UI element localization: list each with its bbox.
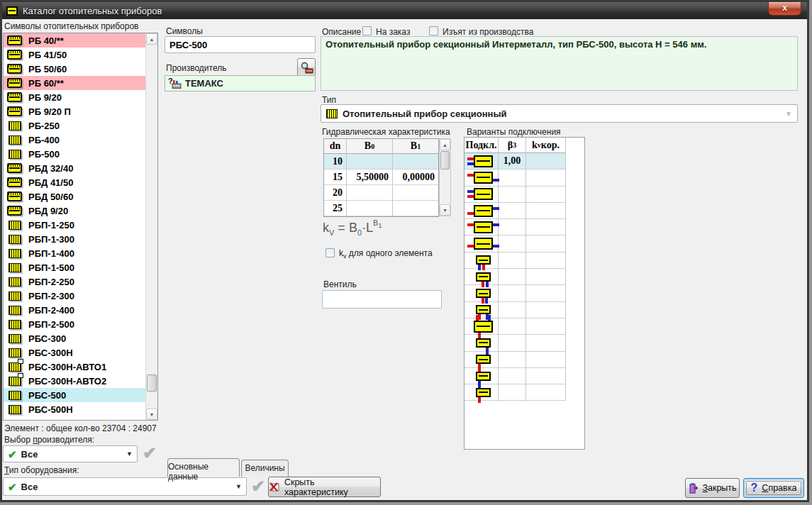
close-window-button[interactable]: x: [768, 2, 801, 16]
list-item[interactable]: РБС-300Н-АВТО2: [4, 374, 145, 388]
connection-row[interactable]: [465, 235, 584, 252]
kv-cell: [526, 285, 566, 301]
help-button[interactable]: ? Справка: [743, 478, 804, 498]
connection-row[interactable]: [465, 203, 584, 219]
list-item-label: РБП-1-500: [28, 262, 74, 273]
connection-row[interactable]: [465, 187, 584, 203]
header-text: dn: [330, 140, 341, 152]
list-item[interactable]: РБП-2-250: [4, 274, 145, 289]
list-item[interactable]: РБП-1-300: [4, 232, 145, 246]
list-item[interactable]: РБД 9/20: [4, 204, 145, 218]
connection-row[interactable]: [465, 252, 584, 269]
scroll-up-icon[interactable]: ▲: [440, 139, 450, 150]
scroll-down-icon[interactable]: ▼: [146, 409, 157, 420]
type-dropdown[interactable]: Отопительный прибор секционный ▼: [321, 104, 798, 123]
connection-row[interactable]: [465, 219, 584, 235]
list-item[interactable]: РБ 41/50: [4, 48, 145, 62]
vendor-filter-combobox[interactable]: ✔ Все ▼: [3, 445, 138, 462]
list-item[interactable]: РБП-2-300: [4, 289, 145, 303]
connection-row[interactable]: [465, 335, 584, 351]
list-item-label: РБ-500: [28, 149, 60, 160]
list-item[interactable]: РБ 40/**: [4, 33, 145, 48]
radiator-sectional-icon: [9, 135, 21, 145]
list-item[interactable]: РБП-2-400: [4, 303, 145, 317]
connection-row[interactable]: [465, 170, 584, 186]
kv-cell: [526, 153, 566, 170]
symbols-input[interactable]: [165, 36, 316, 53]
list-item[interactable]: РБС-300Н: [4, 345, 145, 360]
radiator-3d-icon: [7, 35, 22, 45]
chevron-down-icon: ▼: [785, 110, 792, 118]
close-dialog-button[interactable]: Закрыть: [685, 478, 740, 498]
scroll-up-icon[interactable]: ▲: [146, 33, 157, 45]
hydraulic-row[interactable]: 10: [324, 154, 438, 170]
list-item-label: РБД 32/40: [28, 163, 73, 174]
on-order-label: На заказ: [376, 27, 410, 37]
connection-row[interactable]: [465, 269, 584, 285]
connection-row[interactable]: 1,00: [465, 153, 584, 170]
connection-row[interactable]: [465, 384, 584, 401]
list-item[interactable]: РБС-300Н-АВТО1: [4, 360, 145, 374]
list-item-label: РБ-400: [28, 135, 60, 145]
list-item[interactable]: РБ 9/20: [4, 90, 145, 104]
connection-row[interactable]: [465, 318, 584, 335]
valve-input[interactable]: [322, 290, 442, 309]
apply-vendor-filter-button[interactable]: ✔: [143, 443, 157, 463]
list-item[interactable]: РБД 32/40: [4, 161, 145, 175]
kv-cell: [526, 335, 566, 351]
list-item[interactable]: РБ-500: [4, 147, 145, 161]
list-item[interactable]: РБ-400: [4, 133, 145, 147]
list-item[interactable]: РБД 50/60: [4, 189, 145, 204]
list-scrollbar[interactable]: ▲ ▼: [145, 33, 157, 420]
scrollbar-thumb[interactable]: [440, 151, 450, 170]
list-item[interactable]: РБС-500Н: [4, 402, 145, 416]
on-order-checkbox[interactable]: [362, 26, 372, 35]
list-item[interactable]: РБС-300: [4, 331, 145, 345]
list-item[interactable]: РБП-1-400: [4, 246, 145, 260]
connection-row[interactable]: [465, 368, 584, 384]
symbol-listbox[interactable]: РБ 40/**РБ 41/50РБ 50/60РБ 60/**РБ 9/20Р…: [3, 33, 158, 421]
list-item[interactable]: РБ 60/**: [4, 76, 145, 90]
list-item[interactable]: РБД 41/50: [4, 175, 145, 189]
red-pipe-stub: [467, 223, 474, 226]
hydraulic-row[interactable]: 20: [324, 185, 438, 201]
search-manufacturer-button[interactable]: [297, 58, 316, 77]
blue-pipe-stub: [478, 382, 481, 388]
list-item[interactable]: РБП-1-250: [4, 218, 145, 232]
apply-equipment-filter-button[interactable]: ✔: [251, 477, 265, 496]
tab-main-data[interactable]: Основные данные: [167, 458, 240, 477]
scroll-down-icon[interactable]: ▼: [440, 204, 450, 216]
hydraulic-row[interactable]: 25: [324, 201, 438, 216]
list-item[interactable]: РБ 9/20 П: [4, 104, 145, 118]
connection-row[interactable]: [465, 302, 584, 318]
hide-characteristic-button[interactable]: Скрыть характеристику: [268, 477, 381, 497]
list-item[interactable]: РБП-2-500: [4, 317, 145, 331]
list-item[interactable]: РБ-250: [4, 118, 145, 133]
list-item[interactable]: РБ 50/60: [4, 62, 145, 76]
radiator-connection-icon: [476, 372, 491, 381]
manufacturer-field[interactable]: ? ТЕМАКС: [165, 75, 316, 91]
connections-header-row: Подкл.β3kv кор.: [465, 138, 584, 153]
icon-cell: [6, 277, 23, 287]
kv-cell: [526, 203, 566, 219]
header-text: B: [411, 140, 417, 152]
radiator-connection-icon: [474, 188, 493, 200]
radiator-connection-icon: [476, 272, 491, 282]
hydraulic-row[interactable]: 155,500000,00000: [324, 170, 438, 185]
connection-row[interactable]: [465, 352, 584, 368]
list-item[interactable]: РБП-1-500: [4, 260, 145, 274]
beta3-cell: [499, 219, 526, 235]
hydraulic-table[interactable]: dnB0B110155,500000,000002025: [323, 138, 439, 217]
connections-table[interactable]: Подкл.β3kv кор.1,00: [464, 137, 585, 450]
hydraulic-scrollbar[interactable]: ▲ ▼: [439, 138, 451, 216]
list-item-label: РБ 41/50: [28, 50, 67, 60]
kv-single-element-checkbox[interactable]: [326, 248, 335, 257]
red-pipe-stub: [467, 212, 474, 215]
list-item[interactable]: РБС-500: [4, 388, 145, 402]
tab-values[interactable]: Величины: [241, 460, 289, 477]
connection-row[interactable]: [465, 285, 584, 301]
scrollbar-thumb[interactable]: [147, 374, 157, 392]
dn-cell: 25: [324, 201, 347, 216]
discontinued-checkbox[interactable]: [429, 26, 438, 35]
title-bar[interactable]: Каталог отопительных приборов x: [2, 2, 807, 19]
